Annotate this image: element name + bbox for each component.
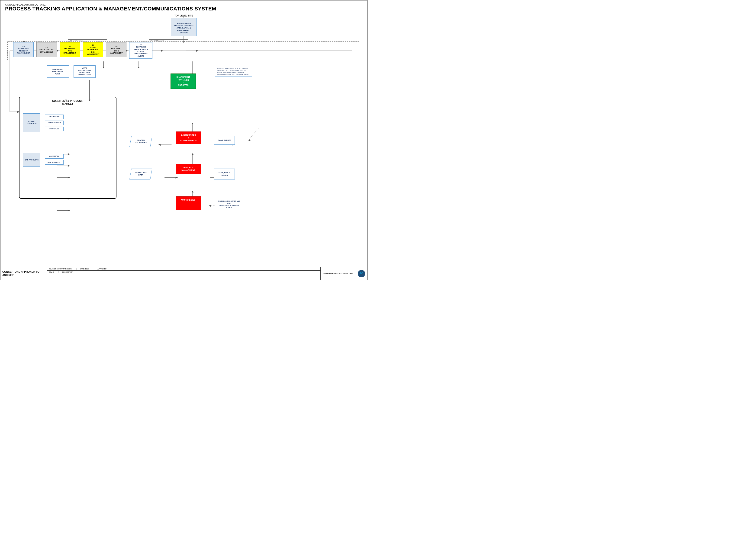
footer-left-label: CONCEPTUAL APPROACH TO ASC RFP	[0, 267, 47, 280]
svg-marker-21	[138, 67, 140, 68]
segment-items: DISTRIBUTOR MANUFACTURER PROF.SRVCS	[45, 115, 64, 131]
ms-project-box: MS PROJECT DATA	[129, 169, 152, 179]
process-box-3[interactable]: 3.0 IMPLEMENTA- TION MANAGEMENT	[60, 42, 80, 57]
asc-top-level-box: ASC BUSINESS PROCESS TRACKING APPLICATIO…	[171, 18, 196, 36]
svg-marker-35	[192, 153, 193, 155]
footer-company: ADVANCED SOLUTIONS CONSULTING	[322, 273, 352, 274]
process-box-4[interactable]: 4.0 POST- IMPLEMENTA- TION MANAGEMENT	[83, 42, 103, 57]
note-wss-box: WSS & RSS (REAL SIMPLE SYNICATION) FEED …	[215, 66, 252, 77]
shared-calendars-container: SHARED CALENDARS	[130, 136, 151, 147]
market-segments-group: MARKET SEGMENTS DISTRIBUTOR MANUFACTURER…	[23, 113, 64, 132]
ms-project-container: MS PROJECT DATA	[130, 169, 151, 179]
process-boxes-row: 1.0 MARKETING/ PRODUCT MANAGEMENT 2.0 SA…	[13, 42, 152, 59]
workflows-box: WORKFLOWS	[176, 196, 201, 210]
note-workflow-box: SHAREPOINT DESIGNER AND VISIO SHAREPOINT…	[215, 199, 243, 210]
shared-calendars-box: SHARED CALENDARS	[129, 136, 152, 147]
lib-boxes-group: SHAREPOINT LIBRARIES & WIKIS LISTS: COLL…	[47, 65, 96, 78]
sc-logo: SC	[358, 270, 365, 277]
svg-marker-41	[192, 191, 193, 192]
svg-marker-7	[23, 40, 25, 42]
process-box-6[interactable]: 6.0 CUSTOMER SATISFACTION & SYSTEM PERFO…	[129, 42, 152, 59]
footer-mid: REVISIONS: DRAFT VERSION DATE: 10,27 APP…	[47, 267, 320, 280]
svg-marker-3	[183, 42, 185, 43]
subsites-title: SUBSITES BY PRODUCT/MARKET	[22, 99, 114, 105]
footer-bar: CONCEPTUAL APPROACH TO ASC RFP REVISIONS…	[0, 267, 367, 280]
svg-marker-17	[196, 50, 199, 52]
subsites-outer-box: SUBSITES BY PRODUCT/MARKET MARKET SEGMEN…	[19, 97, 116, 199]
task-risks-box: TASK, RISKS, ISSUES	[214, 169, 235, 179]
segment-profsrvcs: PROF.SRVCS	[45, 127, 64, 131]
market-segments-box: MARKET SEGMENTS	[23, 113, 40, 132]
process-box-5[interactable]: 5.0 HELP DESK – CASE MANAGEMENT	[106, 42, 126, 57]
core-label-right: CORE PROCESSES	[149, 39, 188, 42]
main-container: CONCEPTUAL ARCHITECTURE: PROCESS TRACKIN…	[0, 0, 368, 280]
header-title: PROCESS TRACKING APPLICATION & MANAGEMEN…	[5, 6, 362, 12]
process-box-2[interactable]: 2.0 SALES PIPELINE MANAGEMENT	[36, 42, 57, 57]
sharepoint-libraries-box: SHAREPOINT LIBRARIES & WIKIS	[47, 65, 69, 78]
erp-products-box: ERP PRODUCTS	[23, 153, 40, 167]
lists-box: LISTS: COLLECTIONS OF FIELDED INFORMATIO…	[74, 65, 96, 78]
svg-marker-15	[161, 50, 163, 52]
erp-items: ACCUMATICA MS DYNAMICS GP	[45, 154, 64, 165]
svg-marker-45	[248, 139, 250, 141]
svg-marker-19	[103, 67, 104, 68]
footer-right: ADVANCED SOLUTIONS CONSULTING SC	[320, 267, 367, 280]
svg-marker-37	[176, 177, 178, 179]
segment-manufacturer: MANUFACTURER	[45, 121, 64, 125]
footer-revisions: REVISIONS: DRAFT VERSION DATE: 10,27 APP…	[47, 267, 320, 271]
svg-marker-33	[192, 123, 193, 124]
header-section: CONCEPTUAL ARCHITECTURE: PROCESS TRACKIN…	[0, 0, 367, 13]
project-mgmt-box: PROJECT MANAGMENT	[176, 164, 201, 174]
top-level-label: TOP LEVEL SITE	[174, 14, 193, 17]
email-alerts-box: EMAIL ALERTS	[214, 136, 235, 144]
diagram-area: TOP LEVEL SITE ASC BUSINESS PROCESS TRAC…	[0, 13, 367, 267]
segment-distributor: DISTRIBUTOR	[45, 115, 64, 119]
erp-msdynamics: MS DYNAMICS GP	[45, 160, 64, 165]
svg-line-44	[249, 128, 258, 140]
erp-accumatica: ACCUMATICA	[45, 154, 64, 159]
email-alerts-container: EMAIL ALERTS	[214, 136, 235, 144]
svg-marker-56	[68, 210, 70, 211]
task-risks-container: TASK, RISKS, ISSUES	[214, 169, 235, 179]
svg-marker-43	[208, 205, 211, 207]
footer-rev-row: REV: 0 DESCRIPTION	[47, 271, 320, 274]
dashboards-box: DASHBOARDS & SCOREBOARDS	[176, 131, 201, 144]
core-label-left: CORE PROCESSES	[68, 39, 107, 42]
process-box-1[interactable]: 1.0 MARKETING/ PRODUCT MANAGEMENT	[13, 42, 34, 57]
erp-products-group: ERP PRODUCTS ACCUMATICA MS DYNAMICS GP	[23, 153, 64, 167]
svg-marker-29	[158, 144, 160, 146]
